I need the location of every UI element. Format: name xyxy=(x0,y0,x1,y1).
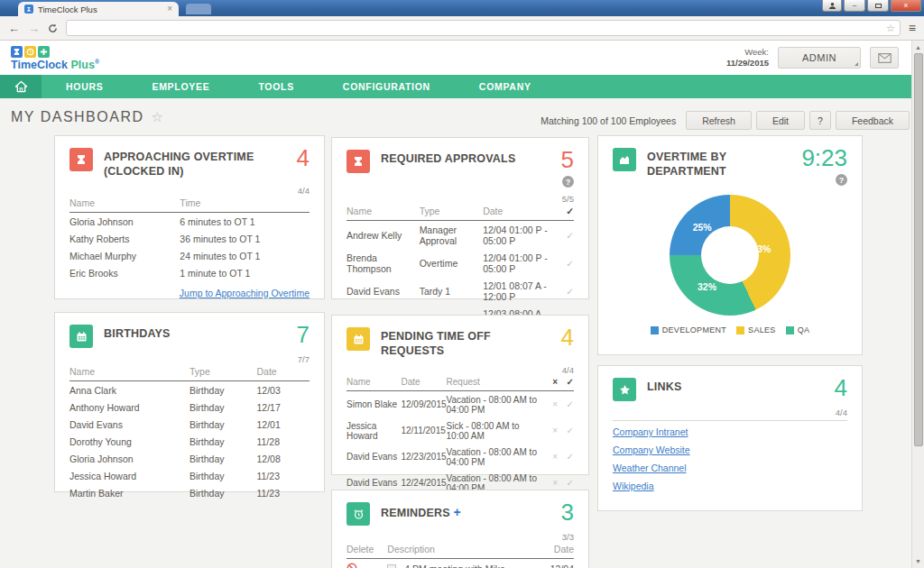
deny-icon[interactable]: × xyxy=(541,417,558,444)
col-name: Name xyxy=(69,364,189,381)
donut-chart[interactable] xyxy=(670,195,790,316)
favorite-star-icon[interactable]: ☆ xyxy=(152,109,163,125)
table-row[interactable]: Michael Murphy24 minutes to OT 1 xyxy=(69,247,310,264)
table-row[interactable]: Jessica Howard12/11/2015Sick - 08:00 AM … xyxy=(346,417,574,444)
table-row[interactable]: David EvansTardy 112/01 08:07 A - 12:00 … xyxy=(346,277,574,305)
link-wikipedia[interactable]: Wikipedia xyxy=(613,481,847,491)
table-row[interactable]: David Evans12/23/2015Vacation - 08:00 AM… xyxy=(346,444,574,470)
help-icon[interactable]: ? xyxy=(562,176,574,188)
row-counter: 5/5 xyxy=(346,194,574,204)
nav-item-hours[interactable]: HOURS xyxy=(42,75,127,98)
table-row[interactable]: 4 PM meeting with Mike 12/04 xyxy=(346,559,574,568)
logo-clock-icon xyxy=(24,46,36,58)
forward-button[interactable]: → xyxy=(28,23,40,34)
table-row[interactable]: Dorothy YoungBirthday11/28 xyxy=(69,433,310,450)
table-row[interactable]: Kathy Roberts36 minutes to OT 1 xyxy=(69,230,310,247)
table-row[interactable]: Brenda ThompsonOvertime12/04 01:00 P - 0… xyxy=(346,249,574,277)
row-counter: 4/4 xyxy=(346,365,574,375)
deny-icon[interactable]: × xyxy=(541,444,558,470)
messages-button[interactable] xyxy=(870,47,899,69)
approve-icon[interactable]: ✓ xyxy=(558,417,574,444)
add-reminder-button[interactable]: + xyxy=(454,505,461,519)
week-label: Week: xyxy=(726,47,769,58)
browser-tab[interactable]: TimeClock Plus × xyxy=(18,2,179,16)
jump-to-approaching-overtime-link[interactable]: Jump to Approaching Overtime xyxy=(69,288,310,298)
edit-button[interactable]: Edit xyxy=(756,111,805,130)
address-bar[interactable]: ☆ xyxy=(66,20,901,36)
nav-item-home[interactable] xyxy=(0,75,42,98)
employee-name: Dorothy Young xyxy=(69,433,189,450)
approval-type: Overtime xyxy=(420,249,484,277)
reload-icon xyxy=(48,23,58,33)
card-header: REMINDERS + 3 xyxy=(346,502,574,526)
link-company-intranet[interactable]: Company Intranet xyxy=(613,426,847,437)
request-date: 12/09/2015 xyxy=(401,390,446,417)
event-type: Birthday xyxy=(189,467,256,484)
nav-item-employee[interactable]: EMPLOYEE xyxy=(127,75,234,98)
scrollbar-thumb[interactable] xyxy=(914,53,923,446)
browser-menu-icon[interactable]: ≡ xyxy=(909,22,916,34)
employee-name: Eric Brooks xyxy=(69,264,180,281)
approve-icon[interactable]: ✓ xyxy=(558,390,574,417)
approaching-overtime-table: Name Time Gloria Johnson6 minutes to OT … xyxy=(69,196,310,281)
minimize-button[interactable]: – xyxy=(844,0,865,12)
deny-icon[interactable]: × xyxy=(541,390,558,417)
row-counter: 7/7 xyxy=(69,354,310,364)
approve-all-icon[interactable]: ✓ xyxy=(558,375,574,391)
scroll-down-icon[interactable]: ▼ xyxy=(912,555,924,567)
card-reminders: REMINDERS + 3 3/3 Delete Description Dat… xyxy=(331,490,589,568)
nav-item-tools[interactable]: TOOLS xyxy=(234,75,318,98)
approve-icon[interactable]: ✓ xyxy=(558,221,574,250)
table-row[interactable]: Anna ClarkBirthday12/03 xyxy=(69,381,310,399)
admin-menu-button[interactable]: ADMIN xyxy=(778,47,861,69)
slice-label-sales: 43% xyxy=(752,243,771,254)
help-icon[interactable]: ? xyxy=(836,174,847,186)
refresh-button[interactable]: Refresh xyxy=(686,111,752,130)
event-date: 12/01 xyxy=(256,416,310,433)
card-count: 4 xyxy=(561,324,574,351)
table-row[interactable]: Martin BakerBirthday11/23 xyxy=(69,484,310,501)
card-birthdays: BIRTHDAYS 7 7/7 Name Type Date Anna Clar… xyxy=(54,312,325,492)
approve-icon[interactable]: ✓ xyxy=(558,249,574,277)
table-row[interactable]: Andrew KellyManager Approval12/04 01:00 … xyxy=(346,221,574,250)
table-row[interactable]: Anthony HowardBirthday12/17 xyxy=(69,399,310,416)
delete-reminder-icon[interactable] xyxy=(346,564,357,568)
legend-item-development: DEVELOPMENT xyxy=(651,325,726,334)
approve-icon[interactable]: ✓ xyxy=(558,444,574,470)
nav-item-company[interactable]: COMPANY xyxy=(455,75,556,98)
table-row[interactable]: Jessica HowardBirthday11/23 xyxy=(69,467,310,484)
profile-button[interactable] xyxy=(822,0,842,12)
deny-all-icon[interactable]: × xyxy=(541,375,558,391)
link-company-website[interactable]: Company Website xyxy=(613,444,847,455)
logo-word-plus: Plus xyxy=(70,59,94,71)
reminder-checkbox[interactable] xyxy=(387,564,396,568)
tab-close-icon[interactable]: × xyxy=(167,5,172,14)
legend-swatch xyxy=(786,326,794,334)
card-pending-time-off: PENDING TIME OFF REQUESTS 4 4/4 Name Dat… xyxy=(331,315,589,475)
nav-item-configuration[interactable]: CONFIGURATION xyxy=(319,75,455,98)
back-button[interactable]: ← xyxy=(8,23,20,34)
event-type: Birthday xyxy=(189,399,256,416)
col-name: Name xyxy=(69,196,180,213)
page-scrollbar[interactable]: ▲ ▼ xyxy=(911,41,924,568)
table-row[interactable]: Eric Brooks1 minute to OT 1 xyxy=(69,264,310,281)
legend-swatch xyxy=(736,326,744,334)
table-row[interactable]: Simon Blake12/09/2015Vacation - 08:00 AM… xyxy=(346,390,574,417)
table-row[interactable]: Gloria Johnson6 minutes to OT 1 xyxy=(69,212,310,230)
help-button[interactable]: ? xyxy=(809,111,831,130)
new-tab-button[interactable] xyxy=(186,4,211,14)
bookmark-star-icon[interactable]: ☆ xyxy=(886,23,895,33)
scroll-up-icon[interactable]: ▲ xyxy=(912,41,924,53)
col-date: Date xyxy=(401,375,446,391)
link-weather-channel[interactable]: Weather Channel xyxy=(613,463,847,473)
maximize-button[interactable] xyxy=(867,0,889,12)
approve-icon[interactable]: ✓ xyxy=(558,277,574,305)
col-date: Date xyxy=(483,204,558,221)
feedback-button[interactable]: Feedback xyxy=(836,111,910,130)
close-button[interactable]: × xyxy=(891,0,921,12)
reload-button[interactable] xyxy=(48,23,58,33)
card-header: BIRTHDAYS 7 xyxy=(69,325,310,348)
table-row[interactable]: David EvansBirthday12/01 xyxy=(69,416,310,433)
approve-all-icon[interactable]: ✓ xyxy=(558,204,574,221)
table-row[interactable]: Gloria JohnsonBirthday12/08 xyxy=(69,450,310,467)
